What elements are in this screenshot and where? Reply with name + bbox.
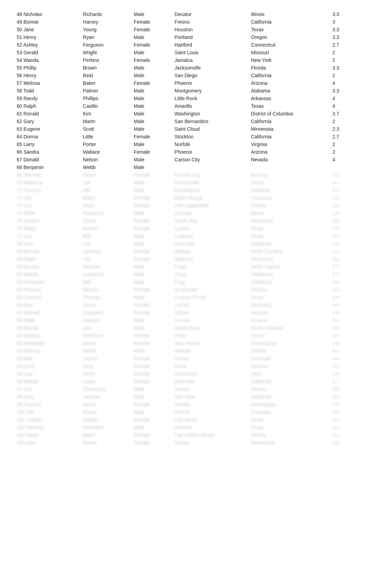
table-row-blurred: 76 RalphBrooksFemaleLaredoTexas2.5 (14, 225, 355, 232)
table-row: 51 HenryRyanMalePortlandOregon3.3 (14, 33, 355, 41)
cell-0-5: 3.3 (330, 10, 355, 18)
table-row-blurred: 86 AlanEvansFemaleLincolnNebraska3.0 (14, 301, 355, 309)
blurred-cell-31-5: 3.5 (330, 408, 355, 416)
blurred-cell-22-4: Connecticut (248, 339, 330, 347)
cell-9-2: Female (131, 79, 172, 87)
blurred-cell-24-5: 3.4 (330, 355, 355, 362)
cell-15-2: Male (131, 125, 172, 133)
blurred-cell-6-0: 75 Sandra (14, 217, 80, 225)
cell-12-2: Male (131, 102, 172, 110)
cell-18-4: Arizona (248, 148, 330, 156)
blurred-cell-27-4: California (248, 378, 330, 385)
blurred-cell-13-1: Campbell (80, 271, 131, 278)
blurred-cell-20-3: Greensboro (172, 324, 248, 332)
blurred-cell-0-4: Kansas (248, 171, 330, 179)
blurred-cell-3-4: Louisiana (248, 194, 330, 202)
cell-5-5: 2 (330, 49, 355, 56)
cell-6-2: Female (131, 56, 172, 64)
table-row-blurred: 88 WillieHowardMaleTucsonArizona3.3 (14, 316, 355, 324)
blurred-cell-11-4: Wisconsin (248, 255, 330, 263)
blurred-cell-23-1: Martin (80, 347, 131, 355)
blurred-cell-5-1: Patterson (80, 209, 131, 217)
blurred-cell-20-2: Male (131, 324, 172, 332)
cell-15-3: Saint Cloud (172, 125, 248, 133)
table-row-blurred: 93 AlanJamesFemaleAuroraColorado3.4 (14, 355, 355, 362)
cell-16-2: Female (131, 133, 172, 140)
table-row-blurred: 79 BrendaJohnsonFemaleRaleighNorth Carol… (14, 248, 355, 255)
blurred-cell-31-2: Male (131, 408, 172, 416)
table-row-blurred: 71 FrancesHillMaleBirminghamAlabama4.1 (14, 186, 355, 194)
blurred-cell-21-2: Female (131, 332, 172, 339)
blurred-cell-15-0: 84 Thomas (14, 286, 80, 293)
table-row: 61 RonaldKimMaleWashingtonDistrict of Co… (14, 110, 355, 118)
blurred-cell-35-5: 2.8 (330, 439, 355, 446)
blurred-cell-32-4: Texas (248, 416, 330, 424)
blurred-cell-19-2: Male (131, 316, 172, 324)
blurred-cell-3-5: 2.2 (330, 194, 355, 202)
blurred-cell-15-4: Arizona (248, 286, 330, 293)
blurred-cell-23-3: Hialeah (172, 347, 248, 355)
blurred-cell-26-3: Cleveland (172, 370, 248, 378)
blurred-cell-4-5: 3.5 (330, 202, 355, 209)
blurred-cell-17-1: Evans (80, 301, 131, 309)
cell-17-2: Male (131, 140, 172, 148)
blurred-cell-10-0: 79 Brenda (14, 248, 80, 255)
blurred-cell-7-3: Laredo (172, 225, 248, 232)
cell-0-4: Illinois (248, 10, 330, 18)
cell-10-2: Male (131, 87, 172, 95)
blurred-cell-16-1: Thomas (80, 293, 131, 301)
cell-20-1: Webb (80, 163, 131, 171)
blurred-cell-20-0: 89 Bonnie (14, 324, 80, 332)
blurred-cell-34-0: 103 Maria (14, 431, 80, 439)
blurred-cell-2-0: 71 Frances (14, 186, 80, 194)
cell-11-2: Male (131, 95, 172, 102)
blurred-cell-10-4: North Carolina (248, 248, 330, 255)
cell-5-3: Saint Louis (172, 49, 248, 56)
table-row-blurred: 92 PatriciaMartinMaleHialeahFlorida3.2 (14, 347, 355, 355)
table-row: 58 ToddPalmerMaleMontgomeryAlabama3.3 (14, 87, 355, 95)
cell-6-0: 54 Wanda (14, 56, 80, 64)
cell-17-4: Virginia (248, 140, 330, 148)
cell-5-4: Missouri (248, 49, 330, 56)
blurred-cell-9-1: Lee (80, 240, 131, 248)
blurred-cell-22-0: 91 Alexander (14, 339, 80, 347)
table-row-blurred: 96 WandaLewisFemaleRiversideCalifornia2.… (14, 378, 355, 385)
blurred-cell-19-5: 3.3 (330, 316, 355, 324)
cell-20-5 (330, 163, 355, 171)
table-row-blurred: 104 AlanBrownFemaleTampaTennessee2.8 (14, 439, 355, 446)
blurred-cell-25-3: Mesa (172, 362, 248, 370)
blurred-cell-11-3: Madison (172, 255, 248, 263)
blurred-cell-3-2: Female (131, 194, 172, 202)
blurred-cell-22-1: Evans (80, 339, 131, 347)
blurred-cell-16-4: Texas (248, 293, 330, 301)
cell-12-4: Texas (248, 102, 330, 110)
blurred-cell-14-0: 83 Alexander (14, 278, 80, 286)
table-row: 53 GeraldWrightMaleSaint LouisMissouri2 (14, 49, 355, 56)
cell-19-5: 4 (330, 156, 355, 163)
blurred-cell-4-3: Fort Lauderdale (172, 202, 248, 209)
blurred-cell-9-5: 2.4 (330, 240, 355, 248)
blurred-cell-25-1: King (80, 362, 131, 370)
blurred-cell-33-0: 102 Thomas (14, 424, 80, 431)
cell-19-2: Male (131, 156, 172, 163)
table-row-blurred: 89 BonnieLeeMaleGreensboroNorth Carolina… (14, 324, 355, 332)
cell-0-1: Richards (80, 10, 131, 18)
blurred-cell-7-4: Texas (248, 225, 330, 232)
cell-4-5: 2.7 (330, 41, 355, 49)
blurred-cell-16-3: Corpus Christi (172, 293, 248, 301)
cell-10-4: Alabama (248, 87, 330, 95)
blurred-cell-5-3: Chicago (172, 209, 248, 217)
cell-14-2: Male (131, 118, 172, 125)
cell-11-5: 4 (330, 95, 355, 102)
blurred-cell-35-4: Tennessee (248, 439, 330, 446)
blurred-cell-30-2: Female (131, 401, 172, 408)
table-row-blurred: 83 AlexanderBellMaleFrogCalifornia3.4 (14, 278, 355, 286)
cell-0-0: 48 Nicholas (14, 10, 80, 18)
cell-19-3: Carson City (172, 156, 248, 163)
blurred-cell-14-5: 3.4 (330, 278, 355, 286)
blurred-cell-34-2: Female (131, 431, 172, 439)
table-row: 57 MelissaBakerFemalePhoenixArizona4 (14, 79, 355, 87)
blurred-cell-10-2: Female (131, 248, 172, 255)
cell-18-3: Phoenix (172, 148, 248, 156)
blurred-cell-16-0: 85 Frances (14, 293, 80, 301)
